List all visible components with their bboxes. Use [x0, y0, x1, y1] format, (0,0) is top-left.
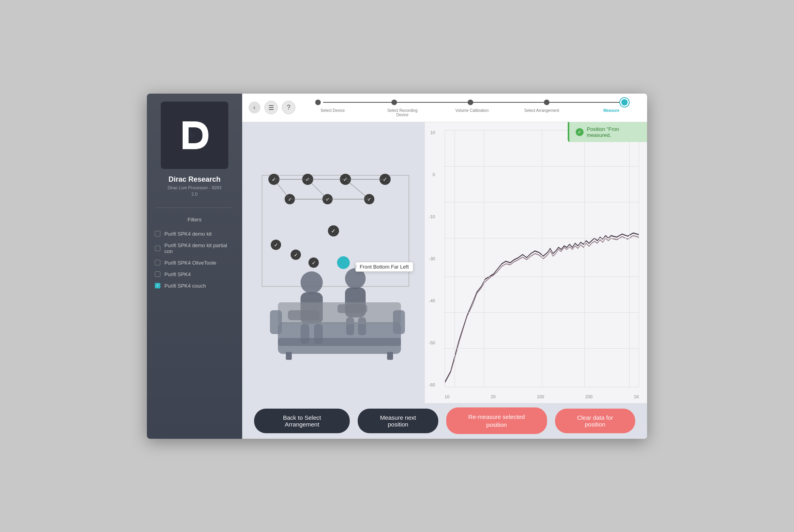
x-label-1k: 1K	[634, 394, 639, 399]
progress-dot-5	[620, 98, 629, 107]
sidebar: Dirac Research Dirac Live Processor - 92…	[147, 94, 242, 439]
main-content: ‹ ☰ ? Select Device Select	[242, 94, 647, 439]
device-version: 2.0	[191, 192, 197, 196]
toast-line2: measured.	[587, 132, 619, 138]
filter-checkbox-3[interactable]	[155, 260, 160, 265]
x-label-10: 10	[445, 394, 449, 399]
center-area: ✓ ✓ ✓ ✓ ✓ ✓ ✓	[242, 122, 647, 403]
progress-label-2: Select Recording Device	[383, 108, 422, 117]
filter-item-3[interactable]: Purifi SPK4 OliveToole	[147, 257, 242, 269]
filter-checkbox-5[interactable]	[155, 283, 160, 288]
filter-label-2: Purifi SPK4 demo kit partial con	[164, 242, 234, 254]
y-label-3: -30	[429, 256, 435, 261]
progress-dot-1	[315, 100, 321, 105]
y-label-6: -60	[429, 382, 435, 387]
y-label-4: -40	[429, 298, 435, 303]
chart-panel: 10 0 -10 -30 -40 -50 -60	[425, 122, 647, 403]
position-tooltip: Front Bottom Far Left	[355, 262, 413, 272]
svg-text:✓: ✓	[312, 260, 316, 266]
chart-x-axis: 10 20 100 200 1K	[445, 394, 639, 399]
y-label-0: 10	[430, 130, 435, 135]
svg-rect-31	[278, 338, 401, 346]
sidebar-divider	[156, 207, 233, 208]
filter-checkbox-4[interactable]	[155, 271, 160, 277]
measure-next-position-button[interactable]: Measure next position	[358, 409, 438, 433]
logo-box	[161, 102, 228, 169]
y-label-1: 0	[433, 172, 435, 177]
svg-line-16	[308, 179, 328, 199]
clear-data-position-button[interactable]: Clear data for position	[555, 409, 635, 433]
chart-grid	[445, 130, 639, 387]
filter-item-2[interactable]: Purifi SPK4 demo kit partial con	[147, 240, 242, 257]
progress-dot-4	[544, 100, 549, 105]
couch-panel: ✓ ✓ ✓ ✓ ✓ ✓ ✓	[242, 122, 425, 403]
filters-label: Filters	[187, 217, 201, 223]
svg-rect-36	[387, 352, 393, 360]
filter-checkbox-2[interactable]	[155, 246, 160, 251]
filter-label-1: Purifi SPK4 demo kit	[164, 231, 212, 237]
progress-label-3: Volume Calibration	[452, 108, 492, 117]
dirac-logo-icon	[175, 115, 214, 155]
chart-area: 10 0 -10 -30 -40 -50 -60	[445, 130, 639, 399]
progress-label-1: Select Device	[313, 108, 353, 117]
toast-line1: Position "Fron	[587, 126, 619, 132]
filter-label-5: Purifi SPK4 couch	[164, 283, 206, 289]
svg-line-15	[274, 179, 290, 199]
filters-list: Purifi SPK4 demo kitPurifi SPK4 demo kit…	[147, 228, 242, 292]
progress-dot-2	[391, 100, 397, 105]
chart-y-axis: 10 0 -10 -30 -40 -50 -60	[429, 130, 435, 387]
progress-track: Select Device Select Recording Device Vo…	[303, 98, 641, 117]
filter-checkbox-1[interactable]	[155, 231, 160, 236]
y-label-2: -10	[429, 214, 435, 219]
mic-node-active[interactable]	[337, 256, 350, 269]
x-label-200: 200	[585, 394, 592, 399]
progress-labels-row: Select Device Select Recording Device Vo…	[307, 108, 637, 117]
nav-back-button[interactable]: ‹	[249, 102, 260, 113]
y-label-5: -50	[429, 340, 435, 345]
progress-label-5: Measure	[592, 108, 631, 117]
x-label-20: 20	[491, 394, 495, 399]
filter-label-3: Purifi SPK4 OliveToole	[164, 260, 216, 266]
filter-item-4[interactable]: Purifi SPK4	[147, 269, 242, 280]
tooltip-text: Front Bottom Far Left	[360, 264, 409, 270]
device-name: Dirac Research	[168, 175, 220, 184]
bottom-bar: Back to Select Arrangement Measure next …	[242, 403, 647, 439]
nav-menu-button[interactable]: ☰	[264, 101, 278, 114]
remeasure-position-button[interactable]: Re-measure selected position	[446, 407, 547, 434]
svg-text:✓: ✓	[331, 228, 336, 234]
svg-point-20	[301, 271, 323, 294]
progress-dot-3	[468, 100, 473, 105]
app-window: Dirac Research Dirac Live Processor - 92…	[147, 94, 647, 439]
toast-notification: ✓ Position "Fron measured.	[568, 122, 647, 142]
x-label-100: 100	[537, 394, 544, 399]
svg-line-17	[345, 179, 369, 199]
back-to-select-arrangement-button[interactable]: Back to Select Arrangement	[254, 409, 350, 433]
filter-item-1[interactable]: Purifi SPK4 demo kit	[147, 228, 242, 240]
svg-rect-33	[270, 310, 282, 334]
top-bar-left: ‹ ☰ ?	[249, 101, 295, 114]
filter-label-4: Purifi SPK4	[164, 271, 191, 277]
nav-help-button[interactable]: ?	[282, 101, 295, 114]
filter-item-5[interactable]: Purifi SPK4 couch	[147, 280, 242, 292]
svg-text:✓: ✓	[294, 252, 298, 258]
device-sub: Dirac Live Processor - 9283	[163, 185, 226, 190]
progress-label-4: Select Arrangement	[522, 108, 562, 117]
svg-rect-32	[278, 302, 401, 324]
toast-check-icon: ✓	[576, 128, 584, 136]
svg-rect-34	[393, 310, 405, 334]
progress-line-row	[307, 98, 637, 107]
top-bar: ‹ ☰ ? Select Device Select	[242, 94, 647, 122]
toast-text: Position "Fron measured.	[587, 126, 619, 138]
svg-text:✓: ✓	[274, 242, 278, 248]
couch-diagram: ✓ ✓ ✓ ✓ ✓ ✓ ✓	[250, 167, 417, 358]
svg-rect-35	[286, 352, 292, 360]
